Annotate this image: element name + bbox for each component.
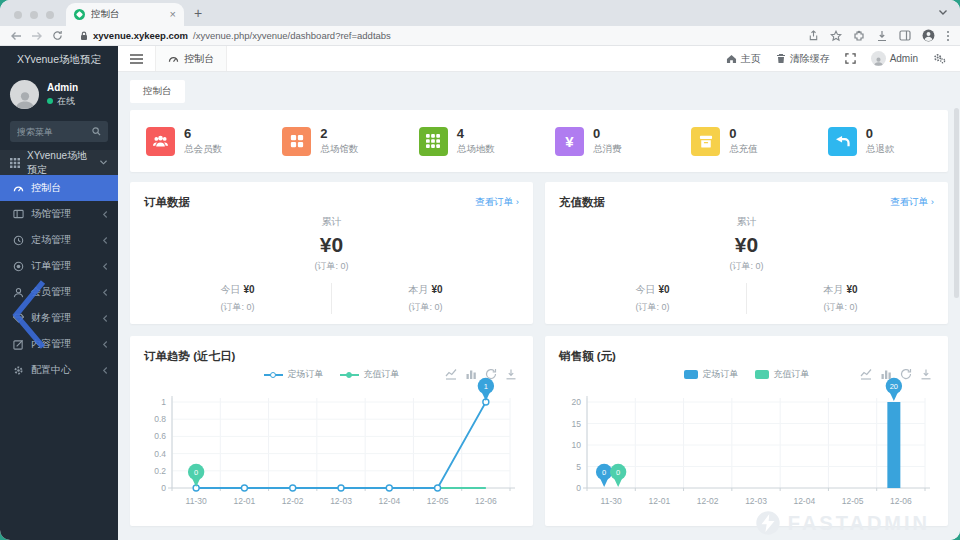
fullscreen-button[interactable] xyxy=(845,53,856,64)
url-domain: xyvenue.xykeep.com xyxy=(93,30,188,41)
forward-icon[interactable] xyxy=(31,31,43,41)
total-label: 累计 xyxy=(559,215,934,229)
settings-button[interactable] xyxy=(933,53,946,64)
grid3-icon xyxy=(419,127,448,156)
side-panel-icon[interactable] xyxy=(899,30,911,41)
recharge-data-panel: 充值数据 查看订单 › 累计 ¥0 (订单: 0) 今日¥0 (订单: 0) xyxy=(545,182,948,324)
user-avatar xyxy=(10,80,39,109)
profile-avatar-icon[interactable] xyxy=(922,29,935,42)
chevron-left-icon xyxy=(102,236,108,245)
stats-panel: 6 总会员数 2 总场馆数 4 xyxy=(130,110,948,172)
sidebar-item-booking-mgmt[interactable]: 定场管理 xyxy=(0,227,118,253)
svg-text:20: 20 xyxy=(572,397,582,407)
stat-label: 总充值 xyxy=(729,143,758,156)
dashboard-icon xyxy=(168,54,179,63)
topbar-user[interactable]: Admin xyxy=(871,51,918,66)
new-tab-button[interactable]: + xyxy=(194,5,202,21)
clear-cache-button[interactable]: 清除缓存 xyxy=(776,52,830,66)
grid2-icon xyxy=(282,127,311,156)
dashboard-icon xyxy=(13,183,24,193)
fullscreen-icon xyxy=(845,53,856,64)
download-image-icon[interactable] xyxy=(505,368,517,380)
legend-item-recharge-orders[interactable]: 充值订单 xyxy=(755,368,810,381)
oversized-chevron-artifact-icon xyxy=(9,278,47,350)
panel-title: 订单数据 xyxy=(144,195,190,210)
toggle-bar-chart-icon[interactable] xyxy=(880,368,892,380)
legend-item-booking-orders[interactable]: 定场订单 xyxy=(684,368,739,381)
menu-search-input[interactable] xyxy=(17,127,92,137)
content-tab-dashboard[interactable]: 控制台 xyxy=(130,80,185,103)
svg-text:12-01: 12-01 xyxy=(234,496,256,506)
view-orders-link[interactable]: 查看订单 › xyxy=(475,196,519,209)
lock-icon xyxy=(80,31,88,41)
sidebar-item-venue-mgmt[interactable]: 场馆管理 xyxy=(0,201,118,227)
sidebar-item-order-mgmt[interactable]: 订单管理 xyxy=(0,253,118,279)
stat-total-recharge: 0 总充值 xyxy=(675,110,811,172)
maximize-window-button[interactable] xyxy=(46,11,54,19)
svg-text:0: 0 xyxy=(576,483,581,493)
close-window-button[interactable] xyxy=(14,11,22,19)
restore-icon[interactable] xyxy=(485,368,497,380)
downloads-icon[interactable] xyxy=(876,30,888,42)
stat-label: 总消费 xyxy=(593,143,622,156)
stat-value: 2 xyxy=(320,126,358,142)
menu-search xyxy=(10,121,108,142)
legend-item-recharge-orders[interactable]: 充值订单 xyxy=(340,368,400,381)
svg-text:12-06: 12-06 xyxy=(890,496,912,506)
back-icon[interactable] xyxy=(10,31,22,41)
extensions-icon[interactable] xyxy=(853,30,865,42)
chevron-down-icon xyxy=(99,159,108,166)
svg-text:0: 0 xyxy=(194,468,198,477)
legend-item-booking-orders[interactable]: 定场订单 xyxy=(264,368,324,381)
stat-value: 0 xyxy=(729,126,758,142)
address-bar[interactable]: xyvenue.xykeep.com/xyvenue.php/xyvenue/d… xyxy=(80,30,808,41)
stat-total-consumption: ¥ 0 总消费 xyxy=(539,110,675,172)
stat-label: 总场地数 xyxy=(457,143,495,156)
view-orders-link[interactable]: 查看订单 › xyxy=(890,196,934,209)
sidebar-item-dashboard[interactable]: 控制台 xyxy=(0,175,118,201)
reload-icon[interactable] xyxy=(52,30,63,41)
svg-text:15: 15 xyxy=(572,419,582,429)
menu-dots-icon[interactable] xyxy=(946,30,950,42)
home-icon xyxy=(726,54,737,64)
search-icon xyxy=(92,127,101,136)
toggle-line-chart-icon[interactable] xyxy=(445,368,457,380)
panel-title: 销售额 (元) xyxy=(559,349,616,364)
panel-title: 订单趋势 (近七日) xyxy=(144,349,235,364)
toggle-line-chart-icon[interactable] xyxy=(860,368,872,380)
tab-close-icon[interactable]: × xyxy=(170,9,176,20)
tab-search-chevron-icon[interactable] xyxy=(938,2,948,20)
download-image-icon[interactable] xyxy=(920,368,932,380)
hamburger-menu-icon[interactable] xyxy=(118,54,155,64)
brand-title: XYvenue场地预定 xyxy=(0,46,118,73)
browser-tab[interactable]: 控制台 × xyxy=(66,3,184,26)
stat-label: 总退款 xyxy=(866,143,895,156)
gear-icon xyxy=(13,365,24,376)
restore-icon[interactable] xyxy=(900,368,912,380)
browser-toolbar: xyvenue.xykeep.com/xyvenue.php/xyvenue/d… xyxy=(0,26,960,46)
site-favicon xyxy=(74,9,85,20)
stat-total-members: 6 总会员数 xyxy=(130,110,266,172)
stat-value: 4 xyxy=(457,126,495,142)
stat-value: 0 xyxy=(593,126,622,142)
fastadmin-logo-icon xyxy=(755,510,781,536)
stat-value: 0 xyxy=(866,126,895,142)
svg-text:12-06: 12-06 xyxy=(475,496,497,506)
minimize-window-button[interactable] xyxy=(30,11,38,19)
home-button[interactable]: 主页 xyxy=(726,52,761,66)
svg-text:12-05: 12-05 xyxy=(842,496,864,506)
svg-text:12-01: 12-01 xyxy=(649,496,671,506)
topbar-tab-dashboard[interactable]: 控制台 xyxy=(155,46,227,71)
svg-text:12-05: 12-05 xyxy=(427,496,449,506)
scrollbar-thumb[interactable] xyxy=(954,108,959,298)
svg-text:5: 5 xyxy=(576,462,581,472)
bookmark-star-icon[interactable] xyxy=(830,30,842,42)
dot-circle-icon xyxy=(13,261,24,272)
sidebar-group-xyvenue[interactable]: XYvenue场地预定 xyxy=(0,150,118,175)
toggle-bar-chart-icon[interactable] xyxy=(465,368,477,380)
chevron-left-icon xyxy=(102,288,108,297)
sidebar-item-config-center[interactable]: 配置中心 xyxy=(0,357,118,383)
share-icon[interactable] xyxy=(808,30,819,41)
total-amount: ¥0 xyxy=(144,233,519,257)
topbar-tab-label: 控制台 xyxy=(184,52,214,66)
